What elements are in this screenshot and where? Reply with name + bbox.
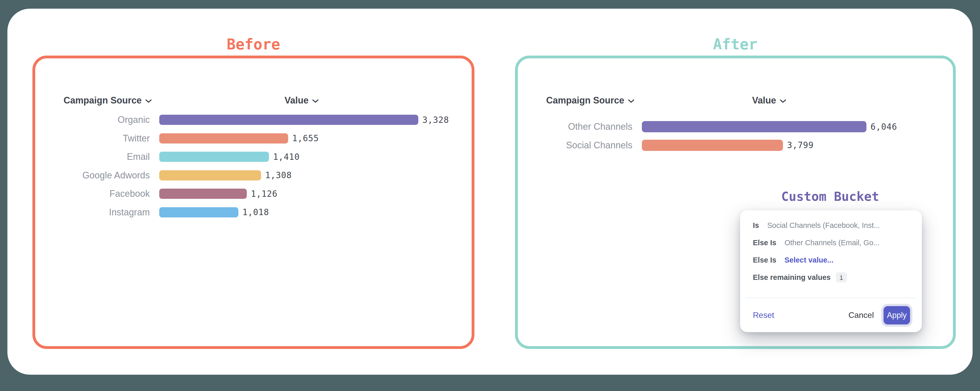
table-header-row: Campaign Source Value (35, 94, 472, 106)
row-label: Twitter (35, 133, 150, 144)
custom-bucket-title: Custom Bucket (754, 189, 907, 204)
cancel-button[interactable]: Cancel (848, 310, 874, 320)
after-title: After (659, 35, 812, 54)
row-label: Instagram (35, 207, 150, 218)
value-text: 6,046 (870, 122, 897, 132)
value-text: 1,018 (242, 207, 269, 217)
table-row: Twitter1,655 (35, 129, 449, 148)
table-row: Instagram1,018 (35, 203, 449, 222)
column-header-value[interactable]: Value (752, 94, 786, 106)
table-row: Other Channels6,046 (518, 117, 897, 136)
value-text: 1,308 (265, 170, 292, 180)
column-header-value[interactable]: Value (285, 94, 319, 106)
select-value-link[interactable]: Select value... (784, 256, 834, 264)
table-row: Facebook1,126 (35, 185, 449, 203)
bucket-condition-row: IsSocial Channels (Facebook, Inst... (753, 217, 915, 234)
value-bar (159, 188, 247, 199)
column-header-campaign-source[interactable]: Campaign Source (546, 94, 635, 106)
table-row: Google Adwords1,308 (35, 166, 449, 185)
table-header-row: Campaign Source Value (518, 94, 953, 106)
value-bar (159, 115, 418, 125)
value-text: 1,655 (292, 133, 319, 143)
condition-operator: Else Is (753, 239, 776, 247)
row-label: Organic (35, 114, 150, 125)
before-panel: Campaign Source Value Organic3,328Twitte… (32, 55, 474, 349)
value-bar (642, 140, 783, 151)
value-text: 1,126 (251, 189, 277, 199)
row-label: Facebook (35, 188, 150, 199)
before-title: Before (177, 35, 330, 54)
bucket-condition-row: Else IsOther Channels (Email, Go... (753, 234, 915, 251)
after-panel: Campaign Source Value Other Channels6,04… (515, 55, 956, 349)
apply-button[interactable]: Apply (883, 306, 910, 325)
condition-value[interactable]: Other Channels (Email, Go... (784, 239, 880, 247)
bucket-condition-row: Else IsSelect value... (753, 251, 915, 269)
table-row: Email1,410 (35, 147, 449, 166)
column-header-label: Campaign Source (546, 94, 624, 106)
value-text: 3,328 (422, 115, 449, 125)
page-background: Before After Campaign Source Value Organ… (0, 0, 980, 391)
value-bar (159, 170, 261, 180)
column-header-label: Campaign Source (64, 94, 142, 106)
condition-operator: Else Is (753, 256, 776, 264)
row-label: Social Channels (518, 140, 632, 150)
value-bar (642, 121, 866, 132)
value-bar (159, 207, 239, 217)
bucket-condition-row: Else remaining valuesi (753, 269, 915, 286)
chevron-down-icon (628, 99, 635, 103)
condition-value[interactable]: Social Channels (Facebook, Inst... (767, 221, 880, 230)
bucket-conditions: IsSocial Channels (Facebook, Inst...Else… (753, 217, 915, 286)
column-header-label: Value (752, 94, 776, 106)
chevron-down-icon (145, 99, 152, 103)
value-text: 1,410 (273, 152, 300, 162)
info-icon[interactable]: i (836, 272, 847, 282)
custom-bucket-dialog: IsSocial Channels (Facebook, Inst...Else… (740, 210, 922, 332)
value-bar (159, 152, 269, 162)
table-row: Social Channels3,799 (518, 136, 897, 155)
value-bar (159, 133, 288, 144)
reset-button[interactable]: Reset (753, 310, 774, 320)
row-label: Google Adwords (35, 170, 150, 181)
value-text: 3,799 (787, 140, 814, 150)
condition-operator: Else remaining values (753, 273, 831, 282)
row-label: Other Channels (518, 121, 632, 132)
chevron-down-icon (780, 99, 786, 103)
before-table-body: Organic3,328Twitter1,655Email1,410Google… (35, 111, 449, 222)
column-header-label: Value (285, 94, 309, 106)
condition-operator: Is (753, 221, 759, 230)
table-row: Organic3,328 (35, 111, 449, 129)
row-label: Email (35, 151, 150, 162)
dialog-footer: Reset Cancel Apply (740, 298, 922, 332)
chevron-down-icon (312, 99, 319, 103)
content-card: Before After Campaign Source Value Organ… (7, 9, 973, 375)
after-table-body: Other Channels6,046Social Channels3,799 (518, 117, 897, 155)
column-header-campaign-source[interactable]: Campaign Source (64, 94, 152, 106)
